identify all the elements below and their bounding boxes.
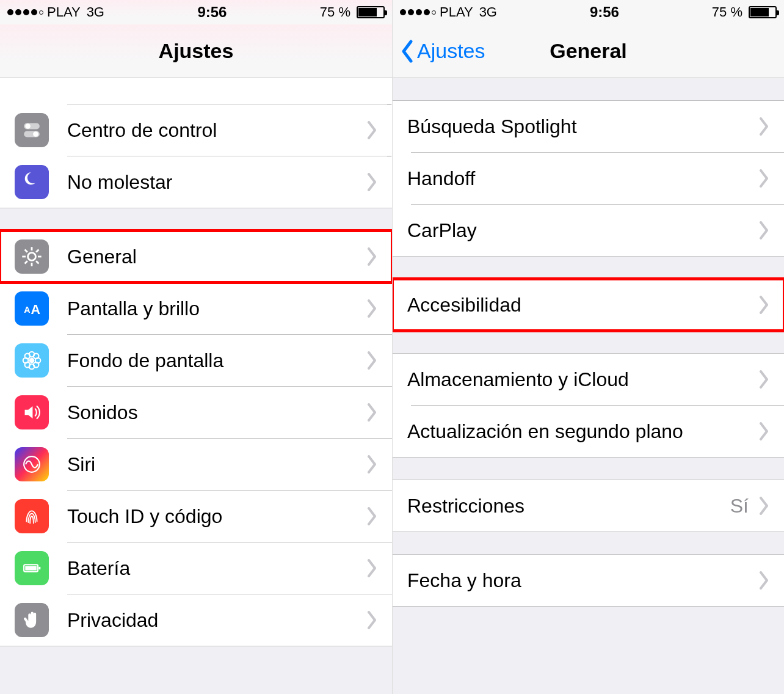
battery-icon [15, 551, 49, 585]
row-label: Almacenamiento y iCloud [407, 368, 758, 391]
back-button[interactable]: Ajustes [400, 39, 485, 64]
settings-group: Accesibilidad [393, 279, 784, 331]
row-siri[interactable]: Siri [0, 439, 392, 490]
row-display[interactable]: Pantalla y brillo [0, 283, 392, 334]
page-title: Ajustes [159, 39, 234, 63]
settings-group: Fecha y hora [393, 554, 784, 607]
status-right: 75 % [712, 4, 777, 20]
row-label: Centro de control [67, 119, 366, 142]
row-label: Búsqueda Spotlight [407, 115, 758, 138]
fingerprint-icon [15, 499, 49, 533]
row-storage[interactable]: Almacenamiento y iCloud [393, 354, 784, 405]
navbar: Ajustes General [393, 24, 784, 78]
chevron-right-icon [366, 403, 377, 422]
row-label: Privacidad [67, 609, 366, 632]
moon-icon [15, 165, 49, 199]
screen-general: PLAY 3G 9:56 75 % Ajustes General Búsque… [392, 0, 784, 694]
toggles-icon [15, 113, 49, 147]
row-spotlight[interactable]: Búsqueda Spotlight [393, 101, 784, 152]
chevron-right-icon [366, 455, 377, 473]
row-label: Pantalla y brillo [67, 298, 366, 320]
row-label: Accesibilidad [407, 294, 758, 316]
status-right: 75 % [320, 4, 385, 20]
chevron-left-icon [400, 39, 415, 64]
row-label: Sonidos [67, 401, 366, 424]
battery-icon [749, 6, 777, 18]
chevron-right-icon [366, 299, 377, 318]
row-touchid[interactable]: Touch ID y código [0, 491, 392, 542]
row-label: Fecha y hora [407, 569, 758, 592]
speaker-icon [15, 395, 49, 429]
chevron-right-icon [366, 173, 377, 191]
status-bar: PLAY 3G 9:56 75 % [0, 0, 392, 24]
row-dnd[interactable]: No molestar [0, 156, 392, 208]
chevron-right-icon [758, 422, 769, 440]
row-control-center[interactable]: Centro de control [0, 104, 392, 156]
settings-group: Restricciones Sí [393, 480, 784, 532]
chevron-right-icon [366, 507, 377, 525]
row-label: Siri [67, 453, 366, 476]
row-bg-refresh[interactable]: Actualización en segundo plano [393, 406, 784, 457]
chevron-right-icon [758, 296, 769, 314]
row-restrictions[interactable]: Restricciones Sí [393, 480, 784, 531]
status-left: PLAY 3G [400, 4, 497, 20]
row-label: General [67, 246, 366, 268]
chevron-right-icon [758, 117, 769, 136]
row-label: Actualización en segundo plano [407, 420, 758, 443]
status-bar: PLAY 3G 9:56 75 % [393, 0, 784, 24]
row-label: No molestar [67, 171, 366, 194]
carrier-label: PLAY [440, 4, 473, 20]
row-sounds[interactable]: Sonidos [0, 387, 392, 438]
gear-icon [15, 239, 49, 274]
screen-settings-main: PLAY 3G 9:56 75 % Ajustes Centro de cont… [0, 0, 392, 694]
row-privacy[interactable]: Privacidad [0, 594, 392, 646]
navbar: Ajustes [0, 24, 392, 78]
page-title: General [550, 39, 627, 63]
settings-group: Centro de control No molestar [0, 78, 392, 208]
signal-icon [7, 9, 43, 15]
clock: 9:56 [197, 4, 227, 21]
aa-icon [15, 291, 49, 326]
chevron-right-icon [366, 247, 377, 266]
chevron-right-icon [758, 169, 769, 188]
general-list: Búsqueda Spotlight Handoff CarPlay Acces… [393, 78, 784, 607]
row-label: CarPlay [407, 219, 758, 242]
chevron-right-icon [758, 497, 769, 515]
chevron-right-icon [758, 370, 769, 389]
row-carplay[interactable]: CarPlay [393, 205, 784, 256]
clock: 9:56 [590, 4, 619, 21]
row-handoff[interactable]: Handoff [393, 153, 784, 204]
chevron-right-icon [758, 221, 769, 239]
network-type: 3G [479, 4, 497, 20]
row-accessibility[interactable]: Accesibilidad [393, 279, 784, 331]
row-battery[interactable]: Batería [0, 542, 392, 594]
chevron-right-icon [366, 351, 377, 370]
carrier-label: PLAY [47, 4, 81, 20]
signal-icon [400, 9, 436, 15]
settings-group: Búsqueda Spotlight Handoff CarPlay [393, 100, 784, 257]
settings-list: Centro de control No molestar General Pa… [0, 78, 392, 646]
settings-group: General Pantalla y brillo Fondo de panta… [0, 230, 392, 646]
row-general[interactable]: General [0, 231, 392, 282]
row-detail: Sí [730, 495, 749, 517]
battery-percent: 75 % [320, 4, 350, 20]
hand-icon [15, 603, 49, 637]
row-label: Handoff [407, 167, 758, 190]
chevron-right-icon [366, 611, 377, 629]
row-datetime[interactable]: Fecha y hora [393, 555, 784, 606]
status-left: PLAY 3G [7, 4, 104, 20]
row-label: Restricciones [407, 495, 730, 517]
battery-icon [357, 6, 385, 18]
chevron-right-icon [366, 559, 377, 577]
row-partial[interactable] [0, 78, 392, 104]
battery-percent: 75 % [712, 4, 742, 20]
row-wallpaper[interactable]: Fondo de pantalla [0, 335, 392, 386]
network-type: 3G [87, 4, 104, 20]
row-label: Batería [67, 557, 366, 580]
row-label: Touch ID y código [67, 505, 366, 528]
flower-icon [15, 343, 49, 378]
settings-group: Almacenamiento y iCloud Actualización en… [393, 353, 784, 458]
siri-icon [15, 447, 49, 481]
chevron-right-icon [366, 121, 377, 139]
chevron-right-icon [758, 571, 769, 590]
